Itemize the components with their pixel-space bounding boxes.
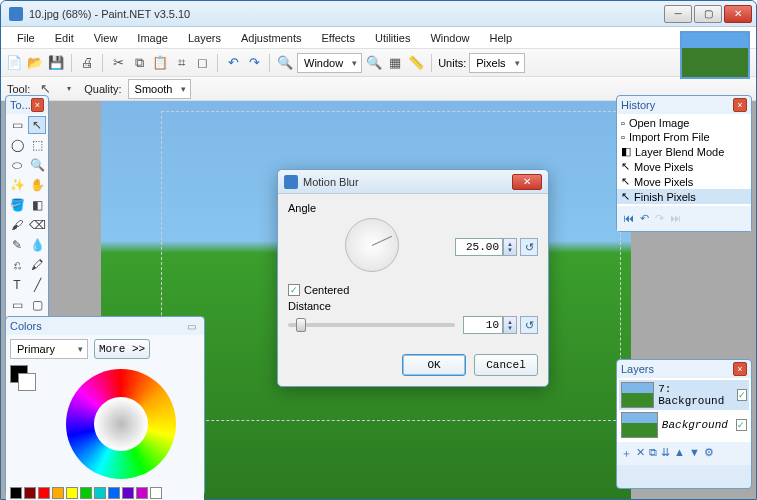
secondary-color-swatch[interactable]	[18, 373, 36, 391]
angle-reset-button[interactable]: ↺	[520, 238, 538, 256]
palette-swatch[interactable]	[150, 487, 162, 499]
centered-checkbox[interactable]: ✓	[288, 284, 300, 296]
menu-layers[interactable]: Layers	[178, 29, 231, 47]
distance-slider[interactable]	[288, 323, 455, 327]
history-forward-icon[interactable]: ⏭	[670, 212, 681, 225]
menu-adjustments[interactable]: Adjustments	[231, 29, 312, 47]
tool-lasso[interactable]: ◯	[8, 136, 26, 154]
history-item[interactable]: ↖Finish Pixels	[617, 189, 751, 204]
tool-pencil[interactable]: ✎	[8, 236, 26, 254]
palette-swatch[interactable]	[80, 487, 92, 499]
history-item[interactable]: ▫Open Image	[617, 116, 751, 130]
menu-utilities[interactable]: Utilities	[365, 29, 420, 47]
menu-help[interactable]: Help	[480, 29, 523, 47]
palette-swatch[interactable]	[94, 487, 106, 499]
tool-rectangle[interactable]: ▭	[8, 296, 26, 314]
tool-text[interactable]: T	[8, 276, 26, 294]
layer-visibility-checkbox[interactable]: ✓	[737, 389, 747, 401]
palette-swatch[interactable]	[66, 487, 78, 499]
tool-line[interactable]: ╱	[28, 276, 46, 294]
history-item[interactable]: ↖Move Pixels	[617, 174, 751, 189]
ok-button[interactable]: OK	[402, 354, 466, 376]
tool-pan[interactable]: ✋	[28, 176, 46, 194]
tool-dropdown-icon[interactable]: ▾	[60, 80, 78, 98]
angle-input[interactable]	[455, 238, 503, 256]
window-zoom-dropdown[interactable]: Window	[297, 53, 362, 73]
zoom-fit-icon[interactable]: 🔍	[365, 54, 383, 72]
angle-spinner[interactable]: ▲▼	[503, 238, 517, 256]
redo-icon[interactable]: ↷	[245, 54, 263, 72]
minimize-button[interactable]: ─	[664, 5, 692, 23]
palette-swatch[interactable]	[122, 487, 134, 499]
new-icon[interactable]: 📄	[5, 54, 23, 72]
tool-gradient[interactable]: ◧	[28, 196, 46, 214]
delete-layer-icon[interactable]: ✕	[636, 446, 645, 461]
history-panel-close[interactable]: ×	[733, 98, 747, 112]
layer-row[interactable]: 7: Background ✓	[619, 380, 749, 410]
crop-icon[interactable]: ⌗	[172, 54, 190, 72]
ruler-icon[interactable]: 📏	[407, 54, 425, 72]
units-dropdown[interactable]: Pixels	[469, 53, 524, 73]
open-icon[interactable]: 📂	[26, 54, 44, 72]
layer-row[interactable]: Background ✓	[619, 410, 749, 440]
palette-swatch[interactable]	[10, 487, 22, 499]
tool-move-selection[interactable]: ⬚	[28, 136, 46, 154]
colors-panel-collapse-icon[interactable]: ▭	[182, 317, 200, 335]
menu-view[interactable]: View	[84, 29, 128, 47]
tool-move[interactable]: ↖	[28, 116, 46, 134]
dialog-close-button[interactable]: ✕	[512, 174, 542, 190]
cancel-button[interactable]: Cancel	[474, 354, 538, 376]
layer-up-icon[interactable]: ▲	[674, 446, 685, 461]
slider-thumb[interactable]	[296, 318, 306, 332]
tool-clone-stamp[interactable]: ⎌	[8, 256, 26, 274]
cut-icon[interactable]: ✂	[109, 54, 127, 72]
palette-swatch[interactable]	[108, 487, 120, 499]
layer-visibility-checkbox[interactable]: ✓	[736, 419, 747, 431]
close-button[interactable]: ✕	[724, 5, 752, 23]
undo-icon[interactable]: ↶	[224, 54, 242, 72]
distance-reset-button[interactable]: ↺	[520, 316, 538, 334]
layers-panel-close[interactable]: ×	[733, 362, 747, 376]
tool-recolor[interactable]: 🖍	[28, 256, 46, 274]
deselect-icon[interactable]: ◻	[193, 54, 211, 72]
tool-rounded-rect[interactable]: ▢	[28, 296, 46, 314]
colors-more-button[interactable]: More >>	[94, 339, 150, 359]
menu-image[interactable]: Image	[127, 29, 178, 47]
grid-icon[interactable]: ▦	[386, 54, 404, 72]
tool-eraser[interactable]: ⌫	[28, 216, 46, 234]
tool-paint-bucket[interactable]: 🪣	[8, 196, 26, 214]
color-wheel[interactable]	[66, 369, 176, 479]
menu-file[interactable]: File	[7, 29, 45, 47]
tool-rect-select[interactable]: ▭	[8, 116, 26, 134]
tools-panel-close[interactable]: ×	[31, 98, 44, 112]
quality-dropdown[interactable]: Smooth	[128, 79, 192, 99]
palette-swatch[interactable]	[38, 487, 50, 499]
image-preview-thumbnail[interactable]	[680, 31, 750, 79]
duplicate-layer-icon[interactable]: ⧉	[649, 446, 657, 461]
palette-swatch[interactable]	[24, 487, 36, 499]
paste-icon[interactable]: 📋	[151, 54, 169, 72]
layer-props-icon[interactable]: ⚙	[704, 446, 714, 461]
tool-ellipse-select[interactable]: ⬭	[8, 156, 26, 174]
history-item[interactable]: ▫Import From File	[617, 130, 751, 144]
menu-window[interactable]: Window	[420, 29, 479, 47]
history-redo-icon[interactable]: ↷	[655, 212, 664, 225]
add-layer-icon[interactable]: ＋	[621, 446, 632, 461]
color-mode-dropdown[interactable]: Primary	[10, 339, 88, 359]
merge-layer-icon[interactable]: ⇊	[661, 446, 670, 461]
history-rewind-icon[interactable]: ⏮	[623, 212, 634, 225]
copy-icon[interactable]: ⧉	[130, 54, 148, 72]
palette-swatch[interactable]	[52, 487, 64, 499]
maximize-button[interactable]: ▢	[694, 5, 722, 23]
distance-spinner[interactable]: ▲▼	[503, 316, 517, 334]
history-item[interactable]: ↖Move Pixels	[617, 159, 751, 174]
layer-down-icon[interactable]: ▼	[689, 446, 700, 461]
history-item[interactable]: ◧Layer Blend Mode	[617, 144, 751, 159]
menu-effects[interactable]: Effects	[312, 29, 365, 47]
tool-paintbrush[interactable]: 🖌	[8, 216, 26, 234]
print-icon[interactable]: 🖨	[78, 54, 96, 72]
palette-swatch[interactable]	[136, 487, 148, 499]
tool-magic-wand[interactable]: ✨	[8, 176, 26, 194]
menu-edit[interactable]: Edit	[45, 29, 84, 47]
tool-zoom[interactable]: 🔍	[28, 156, 46, 174]
